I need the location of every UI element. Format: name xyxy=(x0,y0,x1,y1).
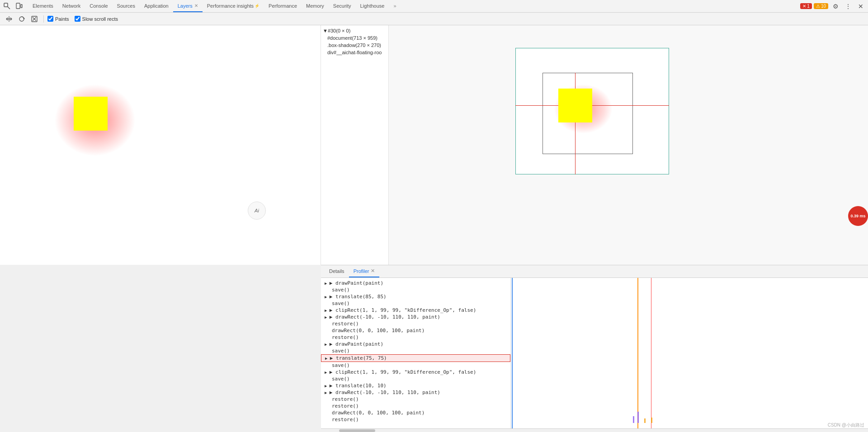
bottom-scrollbar[interactable] xyxy=(321,428,868,432)
layers-toolbar: Paints Slow scroll rects xyxy=(0,13,868,25)
rotate-btn[interactable] xyxy=(16,14,27,24)
bottom-panel: Details Profiler ✕ ▶ drawPaint(paint) sa… xyxy=(321,265,868,432)
svg-rect-2 xyxy=(16,3,20,9)
paints-checkbox[interactable] xyxy=(47,16,53,22)
devtools-toolbar: Elements Network Console Sources Applica… xyxy=(0,0,868,13)
profiler-item-14[interactable]: save() xyxy=(321,376,510,382)
tab-more[interactable]: » xyxy=(389,0,401,12)
slow-scroll-checkbox-label[interactable]: Slow scroll rects xyxy=(75,16,118,22)
spark-3 xyxy=(644,418,646,423)
svg-line-1 xyxy=(8,7,10,9)
profiler-item-15[interactable]: ▶ translate(10, 10) xyxy=(321,382,510,389)
slow-scroll-checkbox[interactable] xyxy=(75,16,80,22)
svg-rect-0 xyxy=(4,3,8,7)
layer-crosshair-horizontal xyxy=(515,105,669,106)
tab-memory[interactable]: Memory xyxy=(302,0,329,12)
spark-4 xyxy=(651,418,652,423)
timer-badge: 0.39 ms xyxy=(848,206,868,226)
tab-security[interactable]: Security xyxy=(329,0,356,12)
profiler-item-16[interactable]: ▶ drawRect(-10, -10, 110, 110, paint) xyxy=(321,389,510,396)
spark-2 xyxy=(637,412,639,423)
tab-sources[interactable]: Sources xyxy=(113,0,140,12)
tab-details[interactable]: Details xyxy=(325,265,349,277)
error-badge[interactable]: ✕ 1 xyxy=(800,3,812,9)
profiler-tree: ▶ drawPaint(paint) save() ▶ translate(85… xyxy=(321,278,511,428)
layer-visualization xyxy=(515,48,678,179)
spark-1 xyxy=(633,416,634,423)
profiler-item-20[interactable]: restore() xyxy=(321,416,510,423)
yellow-box xyxy=(74,97,108,131)
layer-yellow-box xyxy=(558,89,592,122)
tree-item-box-shadow[interactable]: .box-shadow(270 × 270) xyxy=(321,42,388,49)
profiler-item-17[interactable]: restore() xyxy=(321,396,510,403)
profiler-item-12[interactable]: save() xyxy=(321,362,510,369)
tab-console[interactable]: Console xyxy=(85,0,112,12)
timeline-marker-blue xyxy=(512,278,513,428)
toolbar-right: ✕ 1 ⚠ 10 ⚙ ⋮ ✕ xyxy=(800,1,866,12)
tree-item-root[interactable]: ▼#30(0 × 0) xyxy=(321,27,388,34)
scrollbar-thumb[interactable] xyxy=(339,429,375,432)
warning-icon: ⚠ xyxy=(816,4,820,9)
tab-elements[interactable]: Elements xyxy=(28,0,58,12)
layer-crosshair-vertical xyxy=(575,73,576,174)
layer-viz-panel xyxy=(389,25,868,265)
main-area: Ai ▼#30(0 × 0) #document(713 × 959) .box… xyxy=(0,25,868,265)
webpage-area: Ai xyxy=(0,25,321,265)
settings-btn[interactable]: ⚙ xyxy=(830,1,841,12)
warning-badge[interactable]: ⚠ 10 xyxy=(814,3,828,9)
profiler-item-4[interactable]: ▶ clipRect(1, 1, 99, 99, "kDifference_Op… xyxy=(321,307,510,314)
inspect-element-btn[interactable] xyxy=(2,1,13,12)
tree-item-aichat[interactable]: div#__aichat-floating-roo xyxy=(321,49,388,56)
pan-btn[interactable] xyxy=(4,14,14,24)
profiler-item-0[interactable]: ▶ drawPaint(paint) xyxy=(321,280,510,286)
profiler-chart[interactable] xyxy=(511,278,868,428)
toolbar-separator xyxy=(43,15,44,23)
profiler-item-8[interactable]: restore() xyxy=(321,334,510,341)
watermark: CSDN @小由路过 xyxy=(828,422,864,428)
tree-item-document[interactable]: #document(713 × 959) xyxy=(321,34,388,42)
perf-insights-icon: ⚡ xyxy=(255,4,259,8)
timeline-bar-red xyxy=(651,278,651,428)
svg-rect-3 xyxy=(21,5,22,8)
profiler-content: ▶ drawPaint(paint) save() ▶ translate(85… xyxy=(321,278,868,428)
profiler-item-13[interactable]: ▶ clipRect(1, 1, 99, 99, "kDifference_Op… xyxy=(321,369,510,376)
profiler-item-5[interactable]: ▶ drawRect(-10, -10, 110, 110, paint) xyxy=(321,314,510,320)
layers-tree-panel: ▼#30(0 × 0) #document(713 × 959) .box-sh… xyxy=(321,25,389,265)
paints-checkbox-label[interactable]: Paints xyxy=(47,16,69,22)
profiler-tab-close[interactable]: ✕ xyxy=(371,268,375,274)
tab-profiler[interactable]: Profiler ✕ xyxy=(349,265,380,277)
tab-network[interactable]: Network xyxy=(58,0,85,12)
timeline-bar-orange xyxy=(637,278,638,428)
profiler-item-9[interactable]: ▶ drawPaint(paint) xyxy=(321,341,510,347)
toolbar-left-icons xyxy=(2,1,28,12)
close-devtools-btn[interactable]: ✕ xyxy=(855,1,866,12)
tab-layers[interactable]: Layers ✕ xyxy=(173,0,203,12)
ai-chat-button[interactable]: Ai xyxy=(248,202,266,220)
tab-performance-insights[interactable]: Performance insights ⚡ xyxy=(203,0,264,12)
profiler-item-6[interactable]: restore() xyxy=(321,320,510,327)
tab-performance[interactable]: Performance xyxy=(264,0,302,12)
profiler-item-11[interactable]: ▶ translate(75, 75) xyxy=(321,354,510,362)
profiler-item-2[interactable]: ▶ translate(85, 85) xyxy=(321,293,510,300)
profiler-item-18[interactable]: restore() xyxy=(321,403,510,409)
profiler-item-10[interactable]: save() xyxy=(321,347,510,354)
tab-lighthouse[interactable]: Lighthouse xyxy=(356,0,389,12)
reset-btn[interactable] xyxy=(29,14,40,24)
profiler-item-7[interactable]: drawRect(0, 0, 100, 100, paint) xyxy=(321,327,510,334)
device-toolbar-btn[interactable] xyxy=(14,1,24,12)
bottom-tabs: Details Profiler ✕ xyxy=(321,265,868,278)
profiler-item-19[interactable]: drawRect(0, 0, 100, 100, paint) xyxy=(321,409,510,416)
profiler-item-1[interactable]: save() xyxy=(321,286,510,293)
profiler-item-3[interactable]: save() xyxy=(321,300,510,307)
tab-application[interactable]: Application xyxy=(140,0,173,12)
tab-layers-close[interactable]: ✕ xyxy=(194,3,198,8)
customize-btn[interactable]: ⋮ xyxy=(843,1,854,12)
error-icon: ✕ xyxy=(802,4,806,9)
tabs-container: Elements Network Console Sources Applica… xyxy=(28,0,401,12)
